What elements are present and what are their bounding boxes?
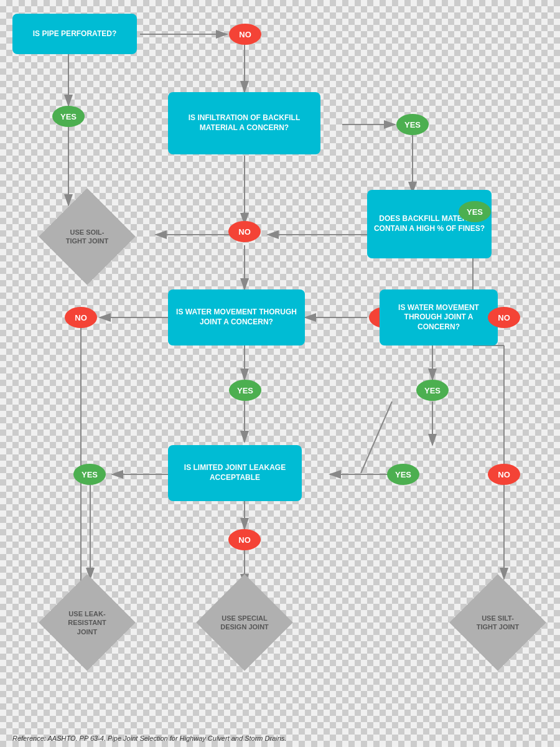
is-limited-joint-box: IS LIMITED JOINT LEAKAGE ACCEPTABLE — [168, 445, 302, 501]
no-pipe-perforated: NO — [229, 24, 261, 45]
yes-water-movement-2: YES — [416, 380, 449, 401]
yes-limited-joint-right: YES — [387, 464, 419, 485]
yes-backfill: YES — [459, 201, 491, 222]
yes-infiltration: YES — [396, 114, 429, 135]
is-pipe-perforated-box: IS PIPE PERFORATED? — [12, 14, 137, 54]
no-limited-joint: NO — [228, 529, 261, 550]
yes-limited-joint-left: YES — [73, 464, 106, 485]
use-special-design-wrapper: USE SPECIAL DESIGN JOINT — [192, 579, 297, 666]
is-water-movement-2-box: IS WATER MOVEMENT THROUGH JOINT A CONCER… — [380, 289, 498, 345]
use-soil-tight-label: USE SOIL-TIGHT JOINT — [62, 228, 112, 246]
use-soil-tight-wrapper: USE SOIL-TIGHT JOINT — [34, 193, 140, 280]
use-special-design-label: USE SPECIAL DESIGN JOINT — [220, 614, 269, 632]
use-leak-resistant-label: USE LEAK-RESISTANT JOINT — [62, 609, 112, 636]
use-silt-tight-wrapper: USE SILT-TIGHT JOINT — [448, 579, 548, 666]
no-water-movement-1-left: NO — [65, 307, 97, 328]
svg-line-19 — [361, 402, 392, 473]
is-infiltration-box: IS INFILTRATION OF BACKFILL MATERIAL A C… — [168, 92, 320, 154]
yes-water-movement-1: YES — [229, 380, 261, 401]
use-silt-tight-label: USE SILT-TIGHT JOINT — [473, 614, 523, 632]
use-leak-resistant-wrapper: USE LEAK-RESISTANT JOINT — [34, 579, 140, 666]
no-infiltration: NO — [228, 221, 261, 242]
no-water-movement-2: NO — [488, 307, 520, 328]
no-water-movement-2-bottom: NO — [488, 464, 520, 485]
reference-text: Reference: AASHTO. PP 63-4. Pipe Joint S… — [12, 735, 286, 742]
yes-pipe-perforated: YES — [52, 106, 85, 127]
does-backfill-box: DOES BACKFILL MATERIAL CONTAIN A HIGH % … — [367, 190, 492, 258]
is-water-movement-1-box: IS WATER MOVEMENT THORUGH JOINT A CONCER… — [168, 289, 305, 345]
